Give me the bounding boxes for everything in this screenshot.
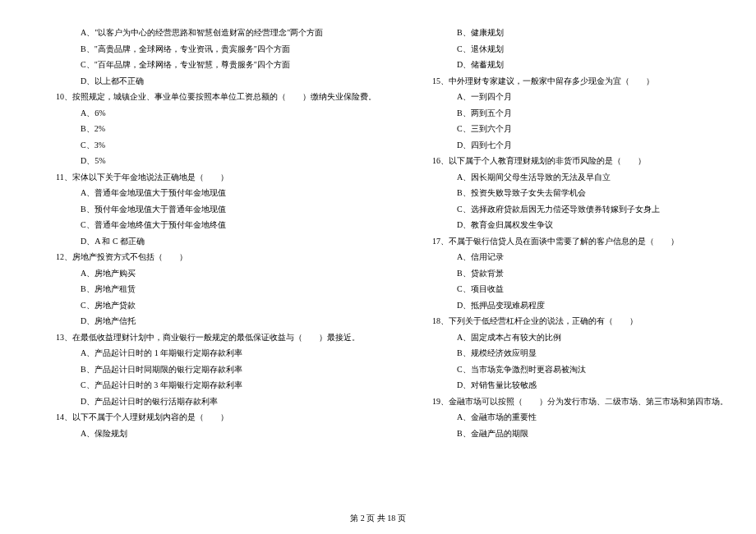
option-text: C、"百年品牌，全球网络，专业智慧，尊贵服务"四个方面: [41, 57, 376, 73]
option-text: A、"以客户为中心的经营思路和智慧创造财富的经营理念"两个方面: [41, 25, 376, 41]
left-column: A、"以客户为中心的经营思路和智慧创造财富的经营理念"两个方面 B、"高贵品牌，…: [41, 25, 376, 485]
option-text: B、投资失败导致子女失去留学机会: [417, 185, 728, 201]
option-text: A、一到四个月: [417, 89, 728, 105]
question-text: 11、宋体以下关于年金地说法正确地是（ ）: [41, 169, 376, 186]
question-text: 13、在最低收益理财计划中，商业银行一般规定的最低保证收益与（ ）最接近。: [41, 329, 376, 346]
option-text: B、房地产租赁: [41, 281, 376, 297]
option-text: B、两到五个月: [417, 105, 728, 122]
option-text: B、产品起计日时同期限的银行定期存款利率: [41, 361, 376, 378]
option-text: B、金融产品的期限: [417, 426, 728, 442]
option-text: B、2%: [41, 121, 376, 137]
option-text: A、6%: [41, 105, 376, 122]
two-column-layout: A、"以客户为中心的经营思路和智慧创造财富的经营理念"两个方面 B、"高贵品牌，…: [41, 25, 715, 485]
option-text: A、产品起计日时的 1 年期银行定期存款利率: [41, 345, 376, 361]
option-text: A、固定成本占有较大的比例: [417, 329, 728, 346]
option-text: A、信用记录: [417, 249, 728, 265]
option-text: C、普通年金地终值大于预付年金地终值: [41, 217, 376, 233]
option-text: D、产品起计日时的银行活期存款利率: [41, 394, 376, 410]
option-text: A、房地产购买: [41, 265, 376, 282]
option-text: D、对销售量比较敏感: [417, 377, 728, 394]
option-text: B、规模经济效应明显: [417, 345, 728, 361]
option-text: D、抵押品变现难易程度: [417, 297, 728, 314]
question-text: 14、以下不属于个人理财规划内容的是（ ）: [41, 409, 376, 426]
option-text: A、金融市场的重要性: [417, 409, 728, 426]
question-text: 19、金融市场可以按照（ ）分为发行市场、二级市场、第三市场和第四市场。: [417, 394, 728, 410]
option-text: A、因长期间父母生活导致的无法及早自立: [417, 169, 728, 186]
option-text: B、预付年金地现值大于普通年金地现值: [41, 201, 376, 218]
option-text: D、5%: [41, 153, 376, 169]
option-text: C、选择政府贷款后因无力偿还导致债券转嫁到子女身上: [417, 201, 728, 218]
question-text: 18、下列关于低经营杠杆企业的说法，正确的有（ ）: [417, 313, 728, 329]
option-text: D、以上都不正确: [41, 73, 376, 90]
option-text: C、退休规划: [417, 41, 728, 58]
option-text: C、房地产贷款: [41, 297, 376, 314]
option-text: D、四到七个月: [417, 137, 728, 154]
right-column: B、健康规划 C、退休规划 D、储蓄规划 15、中外理财专家建议，一般家中留存多…: [417, 25, 728, 485]
option-text: A、保险规划: [41, 426, 376, 442]
option-text: D、房地产信托: [41, 313, 376, 329]
option-text: C、3%: [41, 137, 376, 154]
option-text: D、储蓄规划: [417, 57, 728, 73]
question-text: 16、以下属于个人教育理财规划的非货币风险的是（ ）: [417, 153, 728, 169]
option-text: B、健康规划: [417, 25, 728, 41]
question-text: 12、房地产投资方式不包括（ ）: [41, 249, 376, 265]
option-text: C、三到六个月: [417, 121, 728, 137]
option-text: C、项目收益: [417, 281, 728, 297]
option-text: C、当市场竞争激烈时更容易被淘汰: [417, 361, 728, 378]
question-text: 10、按照规定，城镇企业、事业单位要按照本单位工资总额的（ ）缴纳失业保险费。: [41, 89, 376, 105]
option-text: A、普通年金地现值大于预付年金地现值: [41, 185, 376, 201]
option-text: B、"高贵品牌，全球网络，专业资讯，贵宾服务"四个方面: [41, 41, 376, 58]
question-text: 17、不属于银行信贷人员在面谈中需要了解的客户信息的是（ ）: [417, 233, 728, 250]
option-text: D、A 和 C 都正确: [41, 233, 376, 250]
question-text: 15、中外理财专家建议，一般家中留存多少现金为宜（ ）: [417, 73, 728, 90]
option-text: B、贷款背景: [417, 265, 728, 282]
page-footer: 第 2 页 共 18 页: [0, 513, 756, 524]
option-text: C、产品起计日时的 3 年期银行定期存款利率: [41, 377, 376, 394]
option-text: D、教育金归属权发生争议: [417, 217, 728, 233]
